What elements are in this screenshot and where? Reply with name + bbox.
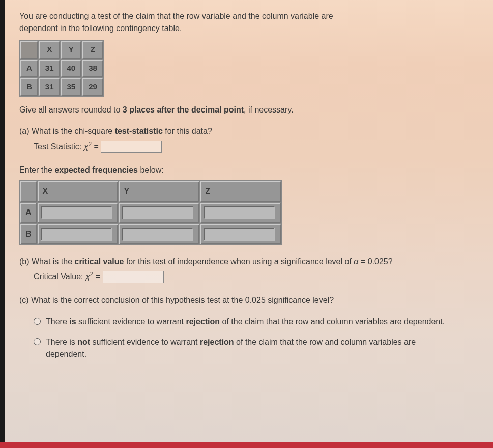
part-b-prompt: (b) What is the critical value for this … — [19, 256, 479, 268]
row-header: A — [20, 60, 38, 77]
row-header: B — [20, 224, 37, 244]
table-cell: 29 — [82, 78, 103, 96]
expected-input-a-y[interactable] — [122, 206, 193, 219]
test-statistic-line: Test Statistic: χ2 = — [19, 139, 479, 153]
col-header: X — [38, 181, 118, 202]
radio-icon[interactable] — [34, 338, 41, 345]
table-corner — [20, 41, 38, 59]
intro-text: You are conducting a test of the claim t… — [19, 10, 479, 35]
col-header: Z — [200, 181, 281, 202]
expected-input-b-y[interactable] — [122, 228, 193, 241]
critical-value-line: Critical Value: χ2 = — [19, 270, 479, 283]
expected-freq-label: Enter the expected frequencies below: — [19, 164, 479, 176]
test-statistic-input[interactable] — [101, 141, 162, 153]
row-header: A — [20, 203, 37, 223]
option-1[interactable]: There is sufficient evidence to warrant … — [34, 316, 479, 328]
expected-input-b-x[interactable] — [41, 228, 112, 241]
part-a-prompt: (a) What is the chi-square test-statisti… — [19, 125, 479, 137]
option-2[interactable]: There is not sufficient evidence to warr… — [34, 336, 479, 360]
option-1-text: There is sufficient evidence to warrant … — [46, 316, 445, 328]
contingency-table: X Y Z A 31 40 38 B 31 35 29 — [19, 40, 104, 97]
table-cell: 35 — [61, 78, 82, 96]
part-c-prompt: (c) What is the correct conclusion of th… — [19, 294, 479, 306]
expected-input-b-z[interactable] — [204, 228, 275, 241]
part-b: (b) What is the critical value for this … — [19, 256, 479, 283]
expected-frequencies-table: X Y Z A B — [19, 180, 282, 245]
expected-input-a-z[interactable] — [204, 206, 275, 219]
col-header: X — [39, 41, 60, 59]
table-cell: 40 — [61, 60, 82, 77]
table-corner — [20, 181, 37, 202]
col-header: Y — [61, 41, 82, 59]
col-header: Y — [119, 181, 199, 202]
row-header: B — [20, 78, 38, 96]
critical-value-input[interactable] — [103, 271, 164, 283]
table-cell: 38 — [82, 60, 103, 77]
col-header: Z — [82, 41, 103, 59]
part-a: (a) What is the chi-square test-statisti… — [19, 125, 479, 153]
rounding-instruction: Give all answers rounded to 3 places aft… — [19, 104, 479, 116]
expected-input-a-x[interactable] — [41, 206, 112, 219]
table-cell: 31 — [39, 78, 60, 96]
radio-icon[interactable] — [34, 318, 41, 325]
table-cell: 31 — [39, 60, 60, 77]
part-c: (c) What is the correct conclusion of th… — [19, 294, 479, 360]
option-2-text: There is not sufficient evidence to warr… — [46, 336, 458, 360]
bottom-bar — [0, 442, 493, 448]
